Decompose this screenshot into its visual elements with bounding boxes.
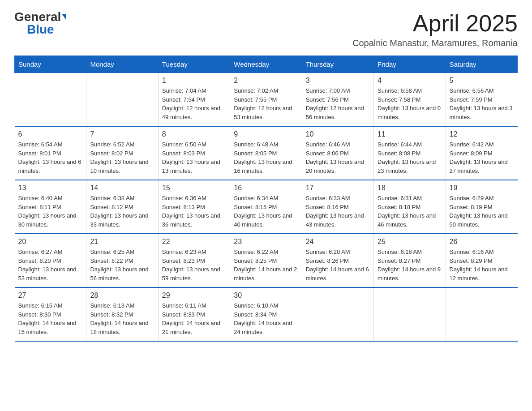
day-number: 8 — [162, 130, 226, 138]
calendar-cell: 26Sunrise: 6:16 AM Sunset: 8:29 PM Dayli… — [446, 234, 517, 287]
logo: General Blue — [14, 11, 66, 36]
day-info: Sunrise: 6:13 AM Sunset: 8:32 PM Dayligh… — [90, 301, 154, 336]
calendar-cell: 21Sunrise: 6:25 AM Sunset: 8:22 PM Dayli… — [86, 234, 158, 287]
calendar-week-row: 13Sunrise: 6:40 AM Sunset: 8:11 PM Dayli… — [15, 180, 518, 234]
day-number: 16 — [234, 184, 298, 192]
calendar-cell: 9Sunrise: 6:48 AM Sunset: 8:05 PM Daylig… — [230, 126, 302, 180]
day-info: Sunrise: 6:44 AM Sunset: 8:08 PM Dayligh… — [378, 140, 442, 175]
calendar-header-wednesday: Wednesday — [230, 56, 302, 73]
calendar-cell: 10Sunrise: 6:46 AM Sunset: 8:06 PM Dayli… — [302, 126, 373, 180]
calendar-cell: 25Sunrise: 6:18 AM Sunset: 8:27 PM Dayli… — [374, 234, 446, 287]
calendar-cell: 30Sunrise: 6:10 AM Sunset: 8:34 PM Dayli… — [230, 287, 302, 341]
day-info: Sunrise: 6:36 AM Sunset: 8:13 PM Dayligh… — [162, 194, 226, 229]
calendar-header-row: SundayMondayTuesdayWednesdayThursdayFrid… — [15, 56, 518, 73]
calendar-cell: 15Sunrise: 6:36 AM Sunset: 8:13 PM Dayli… — [158, 180, 230, 234]
page-header: General Blue April 2025 Copalnic Manastu… — [14, 11, 518, 48]
day-info: Sunrise: 6:25 AM Sunset: 8:22 PM Dayligh… — [90, 248, 154, 283]
day-number: 5 — [450, 77, 514, 85]
month-title: April 2025 — [352, 11, 518, 36]
day-info: Sunrise: 6:38 AM Sunset: 8:12 PM Dayligh… — [90, 194, 154, 229]
day-number: 3 — [306, 77, 370, 85]
day-info: Sunrise: 6:31 AM Sunset: 8:18 PM Dayligh… — [378, 194, 442, 229]
calendar-cell — [15, 73, 86, 127]
location-title: Copalnic Manastur, Maramures, Romania — [352, 38, 518, 48]
day-info: Sunrise: 6:15 AM Sunset: 8:30 PM Dayligh… — [18, 301, 83, 336]
day-info: Sunrise: 6:52 AM Sunset: 8:02 PM Dayligh… — [90, 140, 154, 175]
day-info: Sunrise: 6:50 AM Sunset: 8:03 PM Dayligh… — [162, 140, 226, 175]
day-number: 23 — [234, 238, 298, 246]
calendar-cell — [86, 73, 158, 127]
day-info: Sunrise: 6:40 AM Sunset: 8:11 PM Dayligh… — [18, 194, 83, 229]
day-info: Sunrise: 6:23 AM Sunset: 8:23 PM Dayligh… — [162, 248, 226, 283]
day-number: 13 — [18, 184, 83, 192]
day-number: 28 — [90, 291, 154, 300]
logo-triangle-icon — [62, 14, 66, 20]
day-number: 17 — [306, 184, 370, 192]
calendar-cell: 3Sunrise: 7:00 AM Sunset: 7:56 PM Daylig… — [302, 73, 373, 127]
calendar-cell: 16Sunrise: 6:34 AM Sunset: 8:15 PM Dayli… — [230, 180, 302, 234]
day-number: 30 — [234, 291, 298, 300]
day-number: 21 — [90, 238, 154, 246]
calendar-cell: 12Sunrise: 6:42 AM Sunset: 8:09 PM Dayli… — [446, 126, 517, 180]
day-number: 10 — [306, 130, 370, 138]
day-number: 11 — [378, 130, 442, 138]
calendar-cell: 18Sunrise: 6:31 AM Sunset: 8:18 PM Dayli… — [374, 180, 446, 234]
logo-blue: Blue — [27, 23, 54, 36]
day-number: 18 — [378, 184, 442, 192]
day-number: 20 — [18, 238, 83, 246]
day-info: Sunrise: 6:18 AM Sunset: 8:27 PM Dayligh… — [378, 248, 442, 283]
day-info: Sunrise: 7:02 AM Sunset: 7:55 PM Dayligh… — [234, 86, 298, 121]
logo-general: General — [14, 11, 61, 23]
calendar-header-friday: Friday — [374, 56, 446, 73]
calendar-cell: 17Sunrise: 6:33 AM Sunset: 8:16 PM Dayli… — [302, 180, 373, 234]
calendar-cell: 11Sunrise: 6:44 AM Sunset: 8:08 PM Dayli… — [374, 126, 446, 180]
day-number: 4 — [378, 77, 442, 85]
day-number: 12 — [450, 130, 514, 138]
calendar-week-row: 6Sunrise: 6:54 AM Sunset: 8:01 PM Daylig… — [15, 126, 518, 180]
day-info: Sunrise: 6:16 AM Sunset: 8:29 PM Dayligh… — [450, 248, 514, 283]
calendar-cell: 29Sunrise: 6:11 AM Sunset: 8:33 PM Dayli… — [158, 287, 230, 341]
calendar-cell: 7Sunrise: 6:52 AM Sunset: 8:02 PM Daylig… — [86, 126, 158, 180]
day-number: 1 — [162, 77, 226, 85]
day-info: Sunrise: 6:34 AM Sunset: 8:15 PM Dayligh… — [234, 194, 298, 229]
calendar-header-sunday: Sunday — [15, 56, 86, 73]
day-info: Sunrise: 6:42 AM Sunset: 8:09 PM Dayligh… — [450, 140, 514, 175]
day-info: Sunrise: 6:58 AM Sunset: 7:58 PM Dayligh… — [378, 86, 442, 121]
day-number: 9 — [234, 130, 298, 138]
day-info: Sunrise: 7:04 AM Sunset: 7:54 PM Dayligh… — [162, 86, 226, 121]
calendar-cell — [446, 287, 517, 341]
day-number: 19 — [450, 184, 514, 192]
calendar-cell: 5Sunrise: 6:56 AM Sunset: 7:59 PM Daylig… — [446, 73, 517, 127]
calendar-cell: 24Sunrise: 6:20 AM Sunset: 8:26 PM Dayli… — [302, 234, 373, 287]
day-info: Sunrise: 6:56 AM Sunset: 7:59 PM Dayligh… — [450, 86, 514, 121]
day-number: 15 — [162, 184, 226, 192]
calendar-cell: 19Sunrise: 6:29 AM Sunset: 8:19 PM Dayli… — [446, 180, 517, 234]
calendar-cell: 22Sunrise: 6:23 AM Sunset: 8:23 PM Dayli… — [158, 234, 230, 287]
calendar-cell: 20Sunrise: 6:27 AM Sunset: 8:20 PM Dayli… — [15, 234, 86, 287]
day-info: Sunrise: 6:46 AM Sunset: 8:06 PM Dayligh… — [306, 140, 370, 175]
day-info: Sunrise: 6:11 AM Sunset: 8:33 PM Dayligh… — [162, 301, 226, 336]
title-block: April 2025 Copalnic Manastur, Maramures,… — [352, 11, 518, 48]
calendar-table: SundayMondayTuesdayWednesdayThursdayFrid… — [14, 56, 518, 342]
day-info: Sunrise: 6:10 AM Sunset: 8:34 PM Dayligh… — [234, 301, 298, 336]
calendar-header-monday: Monday — [86, 56, 158, 73]
day-info: Sunrise: 7:00 AM Sunset: 7:56 PM Dayligh… — [306, 86, 370, 121]
calendar-cell — [302, 287, 373, 341]
calendar-cell: 28Sunrise: 6:13 AM Sunset: 8:32 PM Dayli… — [86, 287, 158, 341]
calendar-header-saturday: Saturday — [446, 56, 517, 73]
day-number: 25 — [378, 238, 442, 246]
day-info: Sunrise: 6:27 AM Sunset: 8:20 PM Dayligh… — [18, 248, 83, 283]
day-info: Sunrise: 6:48 AM Sunset: 8:05 PM Dayligh… — [234, 140, 298, 175]
calendar-header-tuesday: Tuesday — [158, 56, 230, 73]
day-info: Sunrise: 6:20 AM Sunset: 8:26 PM Dayligh… — [306, 248, 370, 283]
day-info: Sunrise: 6:54 AM Sunset: 8:01 PM Dayligh… — [18, 140, 83, 175]
day-number: 26 — [450, 238, 514, 246]
calendar-week-row: 20Sunrise: 6:27 AM Sunset: 8:20 PM Dayli… — [15, 234, 518, 287]
calendar-cell: 13Sunrise: 6:40 AM Sunset: 8:11 PM Dayli… — [15, 180, 86, 234]
day-info: Sunrise: 6:33 AM Sunset: 8:16 PM Dayligh… — [306, 194, 370, 229]
day-number: 7 — [90, 130, 154, 138]
calendar-week-row: 27Sunrise: 6:15 AM Sunset: 8:30 PM Dayli… — [15, 287, 518, 341]
day-number: 14 — [90, 184, 154, 192]
day-info: Sunrise: 6:22 AM Sunset: 8:25 PM Dayligh… — [234, 248, 298, 283]
day-info: Sunrise: 6:29 AM Sunset: 8:19 PM Dayligh… — [450, 194, 514, 229]
